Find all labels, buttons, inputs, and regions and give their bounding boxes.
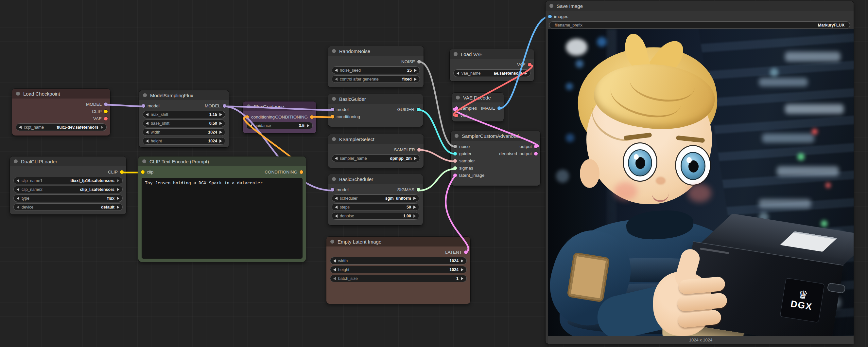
denoise-widget[interactable]: denoise 1.00 bbox=[332, 212, 419, 220]
decrement-arrow-icon[interactable] bbox=[17, 206, 19, 209]
increment-arrow-icon[interactable] bbox=[413, 206, 416, 209]
increment-arrow-icon[interactable] bbox=[413, 214, 416, 218]
batch-size-widget[interactable]: batch_size 1 bbox=[330, 274, 467, 282]
noise-output-port[interactable] bbox=[417, 60, 421, 63]
latent-image-input-port[interactable] bbox=[453, 173, 457, 177]
decrement-arrow-icon[interactable] bbox=[335, 69, 338, 72]
vae-output-port[interactable] bbox=[104, 117, 107, 120]
increment-arrow-icon[interactable] bbox=[117, 197, 119, 200]
noise-seed-widget[interactable]: noise_seed 25 bbox=[332, 66, 420, 74]
images-input-port[interactable] bbox=[548, 15, 552, 18]
decrement-arrow-icon[interactable] bbox=[335, 197, 338, 200]
increment-arrow-icon[interactable] bbox=[117, 188, 119, 191]
increment-arrow-icon[interactable] bbox=[101, 126, 103, 129]
decrement-arrow-icon[interactable] bbox=[146, 140, 149, 143]
collapse-dot-icon[interactable] bbox=[332, 137, 336, 141]
decrement-arrow-icon[interactable] bbox=[335, 78, 338, 81]
conditioning-input-port[interactable] bbox=[245, 115, 249, 119]
collapse-dot-icon[interactable] bbox=[330, 240, 334, 243]
guidance-widget[interactable]: guidance 3.5 bbox=[246, 122, 313, 129]
increment-arrow-icon[interactable] bbox=[461, 259, 463, 263]
node-basic-scheduler[interactable]: BasicScheduler model SIGMAS scheduler sg… bbox=[328, 174, 423, 225]
increment-arrow-icon[interactable] bbox=[413, 197, 416, 200]
node-titlebar[interactable]: BasicScheduler bbox=[328, 174, 423, 184]
steps-widget[interactable]: steps 50 bbox=[332, 203, 419, 211]
clip-input-port[interactable] bbox=[141, 170, 145, 174]
collapse-dot-icon[interactable] bbox=[332, 49, 336, 53]
decrement-arrow-icon[interactable] bbox=[333, 268, 336, 271]
ckpt-name-widget[interactable]: ckpt_name flux1-dev.safetensors bbox=[16, 123, 106, 131]
decrement-arrow-icon[interactable] bbox=[457, 72, 459, 75]
guider-output-port[interactable] bbox=[417, 108, 420, 111]
node-titlebar[interactable]: Empty Latent Image bbox=[327, 237, 470, 247]
sigmas-output-port[interactable] bbox=[417, 188, 420, 192]
node-dual-clip-loader[interactable]: DualCLIPLoader CLIP clip_name1 t5xxl_fp1… bbox=[10, 156, 126, 214]
device-widget[interactable]: device default bbox=[13, 203, 123, 211]
node-titlebar[interactable]: RandomNoise bbox=[328, 46, 424, 56]
decrement-arrow-icon[interactable] bbox=[333, 259, 336, 263]
collapse-dot-icon[interactable] bbox=[143, 93, 147, 97]
clip-output-port[interactable] bbox=[104, 110, 107, 113]
conditioning-output-port[interactable] bbox=[300, 170, 303, 174]
sampler-name-widget[interactable]: sampler_name dpmpp_2m bbox=[332, 154, 420, 162]
sampler-input-port[interactable] bbox=[453, 159, 457, 163]
collapse-dot-icon[interactable] bbox=[455, 134, 459, 138]
node-model-sampling-flux[interactable]: ModelSamplingFlux model MODEL max_shift … bbox=[139, 90, 229, 147]
model-input-port[interactable] bbox=[331, 188, 334, 192]
output-output-port[interactable] bbox=[534, 145, 538, 148]
increment-arrow-icon[interactable] bbox=[525, 72, 527, 75]
increment-arrow-icon[interactable] bbox=[414, 78, 417, 81]
node-titlebar[interactable]: KSamplerSelect bbox=[328, 134, 424, 144]
collapse-dot-icon[interactable] bbox=[332, 97, 336, 101]
node-titlebar[interactable]: CLIP Text Encode (Prompt) bbox=[138, 156, 306, 166]
node-clip-text-encode[interactable]: CLIP Text Encode (Prompt) clip CONDITION… bbox=[138, 156, 306, 262]
latent-output-port[interactable] bbox=[464, 251, 468, 254]
sigmas-input-port[interactable] bbox=[453, 166, 457, 170]
node-graph-canvas[interactable]: Load Checkpoint MODEL CLIP VAE ckpt_name… bbox=[0, 0, 868, 347]
model-input-port[interactable] bbox=[142, 104, 145, 108]
decrement-arrow-icon[interactable] bbox=[17, 179, 19, 182]
increment-arrow-icon[interactable] bbox=[414, 157, 417, 160]
collapse-dot-icon[interactable] bbox=[454, 52, 458, 56]
collapse-dot-icon[interactable] bbox=[247, 105, 250, 108]
increment-arrow-icon[interactable] bbox=[307, 124, 309, 127]
node-titlebar[interactable]: BasicGuider bbox=[328, 94, 423, 104]
increment-arrow-icon[interactable] bbox=[461, 277, 463, 280]
decrement-arrow-icon[interactable] bbox=[146, 113, 149, 116]
decrement-arrow-icon[interactable] bbox=[335, 206, 338, 209]
scheduler-widget[interactable]: scheduler sgm_uniform bbox=[332, 195, 419, 202]
conditioning-input-port[interactable] bbox=[331, 115, 334, 118]
width-widget[interactable]: width 1024 bbox=[330, 257, 467, 264]
node-vae-decode[interactable]: VAE Decode samples IMAGE vae bbox=[452, 93, 504, 121]
base-shift-widget[interactable]: base_shift 0.50 bbox=[143, 119, 225, 127]
decrement-arrow-icon[interactable] bbox=[335, 214, 338, 218]
decrement-arrow-icon[interactable] bbox=[335, 157, 338, 160]
node-titlebar[interactable]: FluxGuidance bbox=[243, 102, 316, 111]
max-shift-widget[interactable]: max_shift 1.15 bbox=[143, 111, 225, 118]
type-widget[interactable]: type flux bbox=[13, 195, 123, 202]
collapse-dot-icon[interactable] bbox=[142, 160, 146, 163]
vae-input-port[interactable] bbox=[455, 114, 458, 117]
decrement-arrow-icon[interactable] bbox=[17, 197, 19, 200]
conditioning-output-port[interactable] bbox=[310, 115, 314, 119]
decrement-arrow-icon[interactable] bbox=[333, 277, 336, 280]
node-titlebar[interactable]: Load VAE bbox=[450, 49, 534, 59]
node-titlebar[interactable]: Save Image bbox=[546, 1, 854, 11]
clip-output-port[interactable] bbox=[120, 170, 124, 174]
model-input-port[interactable] bbox=[331, 108, 334, 111]
increment-arrow-icon[interactable] bbox=[219, 140, 222, 143]
collapse-dot-icon[interactable] bbox=[456, 95, 460, 99]
height-widget[interactable]: height 1024 bbox=[143, 137, 225, 145]
increment-arrow-icon[interactable] bbox=[414, 69, 417, 72]
node-titlebar[interactable]: DualCLIPLoader bbox=[10, 156, 126, 166]
model-output-port[interactable] bbox=[104, 103, 107, 106]
increment-arrow-icon[interactable] bbox=[117, 206, 119, 209]
height-widget[interactable]: height 1024 bbox=[330, 266, 467, 273]
increment-arrow-icon[interactable] bbox=[219, 131, 222, 134]
collapse-dot-icon[interactable] bbox=[550, 4, 553, 8]
node-titlebar[interactable]: VAE Decode bbox=[452, 93, 504, 103]
denoised-output-port[interactable] bbox=[534, 152, 538, 155]
filename-prefix-widget[interactable]: filename_prefix MarkuryFLUX bbox=[549, 21, 850, 29]
node-sampler-custom-advanced[interactable]: SamplerCustomAdvanced noise output guide… bbox=[451, 131, 540, 185]
samples-input-port[interactable] bbox=[455, 106, 458, 110]
